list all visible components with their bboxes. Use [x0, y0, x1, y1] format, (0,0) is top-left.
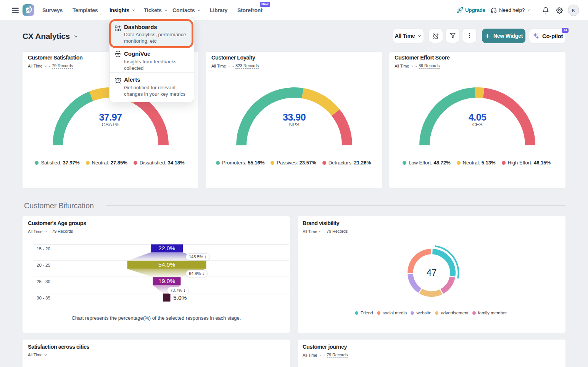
- svg-text:22.0%: 22.0%: [158, 245, 175, 251]
- svg-text:20 - 25: 20 - 25: [37, 263, 50, 267]
- svg-text:5.0%: 5.0%: [173, 295, 187, 301]
- svg-text:25 - 30: 25 - 30: [37, 279, 50, 284]
- svg-text:15 - 20: 15 - 20: [37, 246, 50, 251]
- svg-text:19.0%: 19.0%: [158, 278, 175, 284]
- svg-text:54.0%: 54.0%: [158, 261, 175, 268]
- svg-text:30 - 35: 30 - 35: [37, 296, 50, 300]
